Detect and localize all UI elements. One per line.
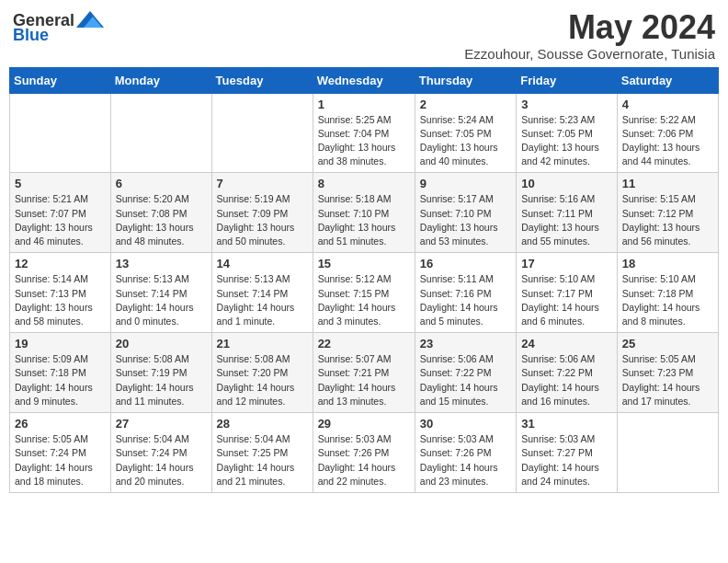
day-info: Sunrise: 5:13 AM Sunset: 7:14 PM Dayligh… bbox=[217, 272, 308, 328]
day-info: Sunrise: 5:05 AM Sunset: 7:24 PM Dayligh… bbox=[15, 432, 106, 488]
day-info: Sunrise: 5:24 AM Sunset: 7:05 PM Dayligh… bbox=[420, 113, 511, 169]
calendar-week-row: 19Sunrise: 5:09 AM Sunset: 7:18 PM Dayli… bbox=[10, 333, 719, 413]
weekday-header: Tuesday bbox=[211, 67, 313, 93]
calendar-cell: 18Sunrise: 5:10 AM Sunset: 7:18 PM Dayli… bbox=[617, 253, 718, 333]
day-info: Sunrise: 5:22 AM Sunset: 7:06 PM Dayligh… bbox=[622, 113, 713, 169]
day-number: 30 bbox=[420, 417, 511, 431]
day-info: Sunrise: 5:06 AM Sunset: 7:22 PM Dayligh… bbox=[521, 352, 612, 408]
day-info: Sunrise: 5:15 AM Sunset: 7:12 PM Dayligh… bbox=[622, 192, 713, 248]
calendar-cell: 10Sunrise: 5:16 AM Sunset: 7:11 PM Dayli… bbox=[517, 173, 618, 253]
day-number: 28 bbox=[217, 417, 308, 431]
calendar-cell: 25Sunrise: 5:05 AM Sunset: 7:23 PM Dayli… bbox=[617, 333, 718, 413]
day-info: Sunrise: 5:12 AM Sunset: 7:15 PM Dayligh… bbox=[318, 272, 410, 328]
day-number: 25 bbox=[622, 337, 713, 350]
day-info: Sunrise: 5:08 AM Sunset: 7:20 PM Dayligh… bbox=[217, 352, 308, 408]
day-info: Sunrise: 5:03 AM Sunset: 7:26 PM Dayligh… bbox=[420, 432, 511, 488]
weekday-header: Saturday bbox=[617, 67, 718, 93]
weekday-header: Wednesday bbox=[313, 67, 415, 93]
day-number: 23 bbox=[420, 337, 511, 350]
day-info: Sunrise: 5:09 AM Sunset: 7:18 PM Dayligh… bbox=[15, 352, 106, 408]
day-number: 17 bbox=[521, 257, 612, 270]
calendar-cell bbox=[211, 93, 313, 173]
logo-icon bbox=[76, 9, 104, 31]
day-number: 8 bbox=[318, 177, 410, 190]
logo: General Blue bbox=[13, 9, 104, 45]
calendar-week-row: 5Sunrise: 5:21 AM Sunset: 7:07 PM Daylig… bbox=[10, 173, 719, 253]
day-info: Sunrise: 5:18 AM Sunset: 7:10 PM Dayligh… bbox=[318, 192, 410, 248]
calendar-cell: 29Sunrise: 5:03 AM Sunset: 7:26 PM Dayli… bbox=[313, 413, 415, 493]
logo-blue: Blue bbox=[13, 26, 49, 45]
calendar-week-row: 1Sunrise: 5:25 AM Sunset: 7:04 PM Daylig… bbox=[10, 93, 719, 173]
calendar-cell: 17Sunrise: 5:10 AM Sunset: 7:17 PM Dayli… bbox=[517, 253, 618, 333]
day-info: Sunrise: 5:20 AM Sunset: 7:08 PM Dayligh… bbox=[116, 192, 207, 248]
calendar-cell: 12Sunrise: 5:14 AM Sunset: 7:13 PM Dayli… bbox=[10, 253, 111, 333]
calendar-cell: 22Sunrise: 5:07 AM Sunset: 7:21 PM Dayli… bbox=[313, 333, 415, 413]
calendar-cell: 26Sunrise: 5:05 AM Sunset: 7:24 PM Dayli… bbox=[10, 413, 111, 493]
calendar-cell: 16Sunrise: 5:11 AM Sunset: 7:16 PM Dayli… bbox=[415, 253, 516, 333]
location: Ezzouhour, Sousse Governorate, Tunisia bbox=[464, 46, 715, 62]
calendar-week-row: 12Sunrise: 5:14 AM Sunset: 7:13 PM Dayli… bbox=[10, 253, 719, 333]
day-number: 16 bbox=[420, 257, 511, 270]
calendar-cell: 24Sunrise: 5:06 AM Sunset: 7:22 PM Dayli… bbox=[517, 333, 618, 413]
month-year: May 2024 bbox=[464, 9, 715, 46]
day-number: 13 bbox=[116, 257, 207, 270]
day-number: 1 bbox=[318, 98, 410, 111]
day-number: 2 bbox=[420, 98, 511, 111]
title-block: May 2024 Ezzouhour, Sousse Governorate, … bbox=[464, 9, 715, 62]
calendar-cell bbox=[10, 93, 111, 173]
calendar-cell: 28Sunrise: 5:04 AM Sunset: 7:25 PM Dayli… bbox=[211, 413, 313, 493]
weekday-header: Sunday bbox=[10, 67, 111, 93]
day-info: Sunrise: 5:04 AM Sunset: 7:24 PM Dayligh… bbox=[116, 432, 207, 488]
calendar-cell: 11Sunrise: 5:15 AM Sunset: 7:12 PM Dayli… bbox=[617, 173, 718, 253]
day-info: Sunrise: 5:06 AM Sunset: 7:22 PM Dayligh… bbox=[420, 352, 511, 408]
day-number: 27 bbox=[116, 417, 207, 431]
day-number: 20 bbox=[116, 337, 207, 350]
day-number: 31 bbox=[521, 417, 612, 431]
calendar-cell: 8Sunrise: 5:18 AM Sunset: 7:10 PM Daylig… bbox=[313, 173, 415, 253]
day-number: 26 bbox=[15, 417, 106, 431]
day-number: 4 bbox=[622, 98, 713, 111]
calendar-cell: 21Sunrise: 5:08 AM Sunset: 7:20 PM Dayli… bbox=[211, 333, 313, 413]
day-info: Sunrise: 5:14 AM Sunset: 7:13 PM Dayligh… bbox=[15, 272, 106, 328]
day-number: 7 bbox=[217, 177, 308, 190]
calendar-cell: 30Sunrise: 5:03 AM Sunset: 7:26 PM Dayli… bbox=[415, 413, 516, 493]
calendar-cell: 15Sunrise: 5:12 AM Sunset: 7:15 PM Dayli… bbox=[313, 253, 415, 333]
calendar-cell: 23Sunrise: 5:06 AM Sunset: 7:22 PM Dayli… bbox=[415, 333, 516, 413]
calendar-cell bbox=[617, 413, 718, 493]
weekday-header-row: SundayMondayTuesdayWednesdayThursdayFrid… bbox=[10, 67, 719, 93]
day-info: Sunrise: 5:19 AM Sunset: 7:09 PM Dayligh… bbox=[217, 192, 308, 248]
weekday-header: Friday bbox=[517, 67, 618, 93]
day-info: Sunrise: 5:23 AM Sunset: 7:05 PM Dayligh… bbox=[521, 113, 612, 169]
calendar-week-row: 26Sunrise: 5:05 AM Sunset: 7:24 PM Dayli… bbox=[10, 413, 719, 493]
day-number: 9 bbox=[420, 177, 511, 190]
page-header: General Blue May 2024 Ezzouhour, Sousse … bbox=[9, 9, 719, 62]
calendar-cell: 3Sunrise: 5:23 AM Sunset: 7:05 PM Daylig… bbox=[517, 93, 618, 173]
calendar-cell: 19Sunrise: 5:09 AM Sunset: 7:18 PM Dayli… bbox=[10, 333, 111, 413]
day-info: Sunrise: 5:10 AM Sunset: 7:18 PM Dayligh… bbox=[622, 272, 713, 328]
calendar-cell: 9Sunrise: 5:17 AM Sunset: 7:10 PM Daylig… bbox=[415, 173, 516, 253]
day-info: Sunrise: 5:16 AM Sunset: 7:11 PM Dayligh… bbox=[521, 192, 612, 248]
calendar-cell: 27Sunrise: 5:04 AM Sunset: 7:24 PM Dayli… bbox=[110, 413, 211, 493]
day-info: Sunrise: 5:05 AM Sunset: 7:23 PM Dayligh… bbox=[622, 352, 713, 408]
calendar-cell: 7Sunrise: 5:19 AM Sunset: 7:09 PM Daylig… bbox=[211, 173, 313, 253]
day-number: 10 bbox=[521, 177, 612, 190]
calendar-cell: 20Sunrise: 5:08 AM Sunset: 7:19 PM Dayli… bbox=[110, 333, 211, 413]
calendar-cell: 5Sunrise: 5:21 AM Sunset: 7:07 PM Daylig… bbox=[10, 173, 111, 253]
day-number: 24 bbox=[521, 337, 612, 350]
day-number: 21 bbox=[217, 337, 308, 350]
calendar-cell: 2Sunrise: 5:24 AM Sunset: 7:05 PM Daylig… bbox=[415, 93, 516, 173]
day-number: 3 bbox=[521, 98, 612, 111]
day-info: Sunrise: 5:08 AM Sunset: 7:19 PM Dayligh… bbox=[116, 352, 207, 408]
day-info: Sunrise: 5:17 AM Sunset: 7:10 PM Dayligh… bbox=[420, 192, 511, 248]
calendar-table: SundayMondayTuesdayWednesdayThursdayFrid… bbox=[9, 67, 719, 493]
day-number: 22 bbox=[318, 337, 410, 350]
day-number: 6 bbox=[116, 177, 207, 190]
day-number: 11 bbox=[622, 177, 713, 190]
weekday-header: Thursday bbox=[415, 67, 516, 93]
day-number: 12 bbox=[15, 257, 106, 270]
day-number: 18 bbox=[622, 257, 713, 270]
day-number: 5 bbox=[15, 177, 106, 190]
day-info: Sunrise: 5:03 AM Sunset: 7:26 PM Dayligh… bbox=[318, 432, 410, 488]
day-info: Sunrise: 5:10 AM Sunset: 7:17 PM Dayligh… bbox=[521, 272, 612, 328]
calendar-cell: 6Sunrise: 5:20 AM Sunset: 7:08 PM Daylig… bbox=[110, 173, 211, 253]
